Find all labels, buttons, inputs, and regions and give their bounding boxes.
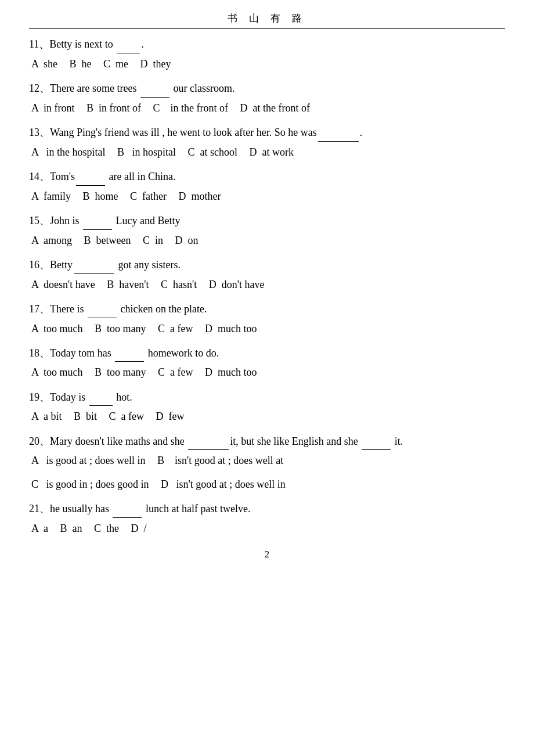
q11-blank <box>117 35 140 53</box>
question-17-text: 17、There is chicken on the plate. <box>29 300 505 318</box>
question-19-text: 19、Today is hot. <box>29 388 505 406</box>
q14-option-a: A family <box>31 187 71 206</box>
q17-option-a: A too much <box>31 319 83 338</box>
q13-options: A in the hospital B in hospital C at sch… <box>29 143 505 161</box>
q19-option-a: A a bit <box>31 407 62 426</box>
page: 书 山 有 路 11、Betty is next to . A she B he… <box>0 0 534 756</box>
question-17: 17、There is chicken on the plate. A too … <box>29 300 505 338</box>
question-19: 19、Today is hot. A a bit B bit C a few D… <box>29 388 505 426</box>
q18-options: A too much B too many C a few D much too <box>29 363 505 381</box>
q20-options-row1: A is good at ; does well in B isn't good… <box>29 451 505 470</box>
q21-blank <box>113 499 142 518</box>
question-15: 15、John is Lucy and Betty A among B betw… <box>29 211 505 250</box>
q15-blank <box>83 211 112 230</box>
q15-options: A among B between C in D on <box>29 231 505 250</box>
q17-options: A too much B too many C a few D much too <box>29 319 505 338</box>
q15-option-a: A among <box>31 231 72 250</box>
q20-option-c: C is good in ; does good in <box>31 475 149 494</box>
question-14: 14、Tom's are all in China. A family B ho… <box>29 167 505 206</box>
page-header: 书 山 有 路 <box>29 12 505 29</box>
question-13-text: 13、Wang Ping's friend was ill , he went … <box>29 123 505 142</box>
q20-blank2 <box>362 432 391 451</box>
q20-option-a: A is good at ; does well in <box>31 451 146 470</box>
q21-options: A a B an C the D / <box>29 519 505 538</box>
question-20-text: 20、Mary doesn't like maths and she it, b… <box>29 432 505 451</box>
q13-blank <box>318 123 359 142</box>
q11-option-c: C me <box>103 55 128 73</box>
question-11-text: 11、Betty is next to . <box>29 35 505 53</box>
q13-option-a: A in the hospital <box>31 143 106 161</box>
q20-options-row2: C is good in ; does good in D isn't good… <box>29 475 505 494</box>
q14-options: A family B home C father D mother <box>29 187 505 206</box>
q11-option-b: B he <box>70 55 92 73</box>
question-11: 11、Betty is next to . A she B he C me D … <box>29 35 505 73</box>
question-20: 20、Mary doesn't like maths and she it, b… <box>29 432 505 494</box>
q17-blank <box>88 300 117 318</box>
question-15-text: 15、John is Lucy and Betty <box>29 211 505 230</box>
question-18-text: 18、Today tom has homework to do. <box>29 344 505 362</box>
q11-number: 11 <box>29 38 39 50</box>
question-21-text: 21、he usually has lunch at half past twe… <box>29 499 505 518</box>
q20-blank1 <box>188 432 229 451</box>
q12-blank <box>140 79 169 98</box>
question-12-text: 12、There are some trees our classroom. <box>29 79 505 98</box>
q16-option-a: A doesn't have <box>31 275 95 294</box>
question-14-text: 14、Tom's are all in China. <box>29 167 505 186</box>
q16-options: A doesn't have B haven't C hasn't D don'… <box>29 275 505 294</box>
q11-options: A she B he C me D they <box>29 55 505 73</box>
question-18: 18、Today tom has homework to do. A too m… <box>29 344 505 382</box>
page-number: 2 <box>29 549 505 560</box>
q11-option-a: A she <box>31 55 57 73</box>
header-title: 书 山 有 路 <box>228 13 307 24</box>
q19-blank <box>89 388 113 406</box>
question-12: 12、There are some trees our classroom. A… <box>29 79 505 117</box>
q16-blank <box>74 255 114 274</box>
question-21: 21、he usually has lunch at half past twe… <box>29 499 505 538</box>
q14-blank <box>76 167 105 186</box>
q12-option-a: A in front <box>31 99 75 117</box>
q21-option-a: A a <box>31 519 48 538</box>
q12-options: A in front B in front of C in the front … <box>29 99 505 117</box>
q19-options: A a bit B bit C a few D few <box>29 407 505 426</box>
q18-option-a: A too much <box>31 363 83 381</box>
q18-blank <box>115 344 144 362</box>
question-13: 13、Wang Ping's friend was ill , he went … <box>29 123 505 161</box>
question-16: 16、Betty got any sisters. A doesn't have… <box>29 255 505 294</box>
question-16-text: 16、Betty got any sisters. <box>29 255 505 274</box>
q11-option-d: D they <box>140 55 171 73</box>
